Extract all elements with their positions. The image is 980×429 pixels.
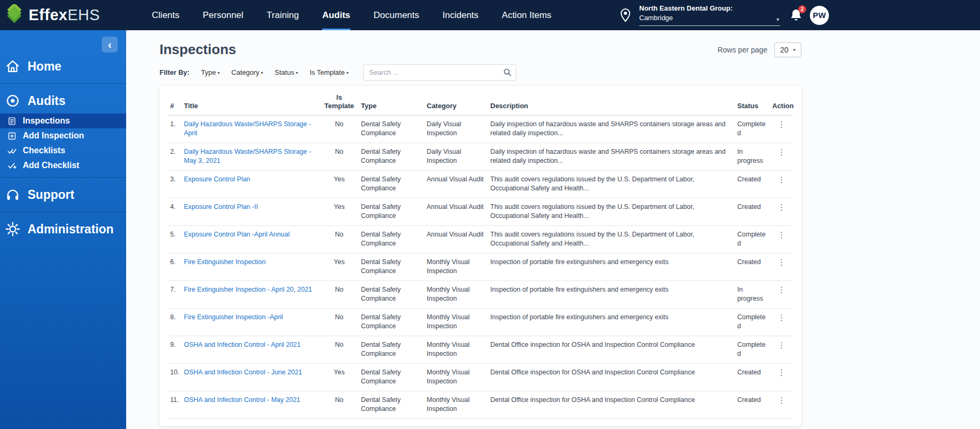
kebab-menu-icon[interactable]: ⋮ [778, 396, 785, 405]
nav-item-personnel[interactable]: Personnel [203, 0, 244, 30]
inspection-title-link[interactable]: Fire Extinguisher Inspection -April [184, 313, 283, 321]
group-selector-value: Cambridge [639, 14, 780, 23]
inspection-title: Daily Hazardous Waste/SHARPS Storage - A… [182, 115, 320, 143]
status-cell: In progress [735, 143, 770, 170]
type-cell: Dental Safety Compliance [359, 170, 425, 198]
category-cell: Annual Visual Audit [425, 225, 488, 253]
row-actions-cell: ⋮ [770, 115, 793, 143]
sidebar-item-add-checklist[interactable]: Add Checklist [0, 158, 126, 173]
description-cell: Inspection of portable fire extinguisher… [488, 281, 735, 308]
inspection-title-link[interactable]: Exposure Control Plan -II [184, 203, 258, 211]
kebab-menu-icon[interactable]: ⋮ [778, 230, 785, 239]
nav-item-documents[interactable]: Documents [374, 0, 419, 30]
table-row: 6.Fire Extinguisher InspectionYesDental … [168, 253, 793, 281]
logo-text-bold: Effex [29, 6, 67, 23]
user-avatar[interactable]: PW [810, 6, 829, 25]
filter-label: Is Template [310, 68, 345, 76]
column-header-type: Type [359, 87, 425, 115]
app-logo: EffexEHS [0, 4, 100, 27]
row-actions-cell: ⋮ [770, 225, 793, 253]
is-template-cell: No [320, 143, 359, 170]
filter-type[interactable]: Type▾ [201, 68, 219, 76]
row-number: 5. [168, 225, 182, 253]
page-title: Inspections [160, 41, 236, 58]
search-icon[interactable] [503, 68, 512, 79]
is-template-cell: No [320, 336, 359, 363]
inspection-title: Fire Extinguisher Inspection [182, 253, 320, 281]
sidebar-item-inspections[interactable]: Inspections [0, 113, 126, 128]
inspection-title-link[interactable]: OSHA and Infection Control - June 2021 [184, 369, 302, 376]
search-input[interactable] [363, 64, 516, 81]
chevron-down-icon: ▾ [776, 16, 779, 22]
target-icon [5, 93, 20, 108]
inspection-title-link[interactable]: Fire Extinguisher Inspection - April 20,… [184, 286, 312, 293]
topbar-right: North Eastern Dental Group: Cambridge ▾ … [619, 0, 829, 30]
category-cell: Monthly Visual Inspection [425, 281, 488, 308]
sidebar-item-checklists[interactable]: Checklists [0, 143, 126, 158]
table-row: 3.Exposure Control PlanYesDental Safety … [168, 170, 793, 198]
type-cell: Dental Safety Compliance [359, 363, 425, 391]
sidebar-divider [0, 212, 126, 212]
kebab-menu-icon[interactable]: ⋮ [778, 120, 785, 129]
kebab-menu-icon[interactable]: ⋮ [778, 285, 785, 294]
description-cell: Inspection of portable fire extinguisher… [488, 308, 735, 336]
status-cell: Completed [735, 336, 770, 363]
inspection-title: Exposure Control Plan [182, 170, 320, 198]
is-template-cell: Yes [320, 198, 359, 225]
kebab-menu-icon[interactable]: ⋮ [778, 313, 785, 322]
filter-category[interactable]: Category▾ [232, 68, 263, 76]
kebab-menu-icon[interactable]: ⋮ [778, 203, 785, 212]
chevron-down-icon: ▾ [218, 71, 220, 75]
nav-item-clients[interactable]: Clients [152, 0, 180, 30]
inspection-title-link[interactable]: OSHA and Infection Control - April 2021 [184, 341, 301, 348]
nav-item-training[interactable]: Training [267, 0, 299, 30]
column-header-title: Title [182, 87, 320, 115]
kebab-menu-icon[interactable]: ⋮ [778, 368, 785, 377]
inspection-title-link[interactable]: Exposure Control Plan [184, 176, 250, 183]
kebab-menu-icon[interactable]: ⋮ [778, 340, 785, 349]
sidebar-collapse-button[interactable]: ‹ [102, 37, 118, 52]
status-cell: Completed [735, 308, 770, 336]
group-selector[interactable]: North Eastern Dental Group: Cambridge ▾ [639, 4, 780, 26]
sidebar-item-administration[interactable]: Administration [0, 216, 126, 242]
is-template-cell: Yes [320, 253, 359, 281]
inspection-title: Exposure Control Plan -II [182, 198, 320, 225]
nav-item-audits[interactable]: Audits [322, 0, 350, 30]
rows-per-page-select[interactable]: 20 ▾ [774, 42, 801, 57]
nav-item-incidents[interactable]: Incidents [443, 0, 479, 30]
description-cell: This audit covers regulations issued by … [488, 170, 735, 198]
sidebar-item-support[interactable]: Support [0, 182, 126, 207]
status-cell: Created [735, 363, 770, 391]
sidebar-item-home[interactable]: Home [0, 54, 126, 79]
rows-per-page-value: 20 [780, 46, 789, 54]
sidebar: ‹ Home Audits Inspections [0, 30, 126, 429]
inspection-title-link[interactable]: OSHA and Infection Control - May 2021 [184, 396, 301, 404]
status-cell: Completed [735, 225, 770, 253]
sidebar-divider [0, 177, 126, 178]
inspection-title-link[interactable]: Fire Extinguisher Inspection [184, 258, 266, 266]
gear-icon [5, 222, 20, 237]
filter-is-template[interactable]: Is Template▾ [310, 68, 348, 76]
type-cell: Dental Safety Compliance [359, 225, 425, 253]
filter-label: Type [201, 68, 216, 76]
table-row: 1.Daily Hazardous Waste/SHARPS Storage -… [168, 115, 793, 143]
kebab-menu-icon[interactable]: ⋮ [778, 175, 785, 184]
nav-item-action-items[interactable]: Action Items [502, 0, 552, 30]
row-number: 4. [168, 198, 182, 225]
filter-status[interactable]: Status▾ [275, 68, 298, 76]
inspection-title-link[interactable]: Daily Hazardous Waste/SHARPS Storage - A… [184, 120, 311, 137]
inspection-title: Fire Extinguisher Inspection -April [182, 308, 320, 336]
sidebar-item-audits[interactable]: Audits [0, 88, 126, 113]
status-cell: In progress [735, 281, 770, 308]
is-template-cell: Yes [320, 170, 359, 198]
kebab-menu-icon[interactable]: ⋮ [778, 147, 785, 156]
status-cell: Created [735, 170, 770, 198]
inspection-title-link[interactable]: Daily Hazardous Waste/SHARPS Storage - M… [184, 148, 311, 165]
home-icon [5, 59, 20, 74]
kebab-menu-icon[interactable]: ⋮ [778, 258, 785, 267]
sidebar-item-label: Add Checklist [23, 161, 80, 170]
notifications-button[interactable]: 2 [790, 8, 802, 22]
sidebar-item-add-inspection[interactable]: Add Inspection [0, 128, 126, 143]
inspection-title-link[interactable]: Exposure Control Plan -April Annual [184, 231, 289, 238]
category-cell: Monthly Visual Inspection [425, 253, 488, 281]
